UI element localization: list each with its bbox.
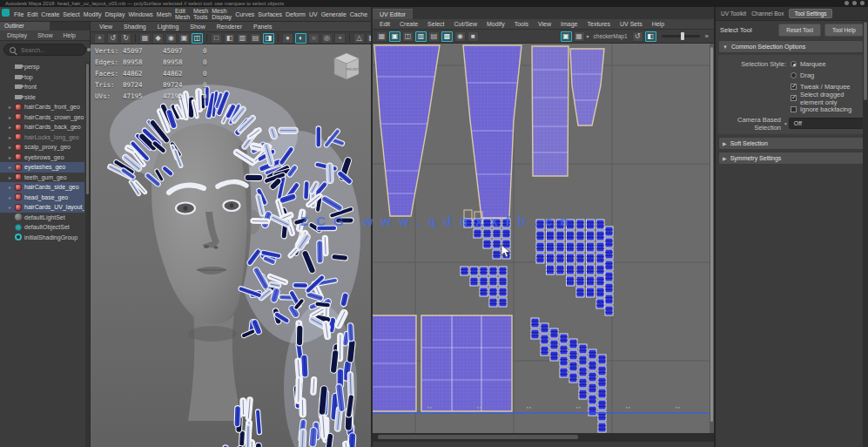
viewport-menu-shading[interactable]: Shading (122, 24, 148, 30)
expand-arrow-icon[interactable]: ▸ (9, 124, 15, 130)
scrollbar-thumb[interactable] (710, 47, 713, 422)
outliner-item-teeth-gum-geo[interactable]: ▸teeth_gum_geo (0, 173, 84, 183)
dock-tab-tool-settings[interactable]: Tool Settings (789, 9, 831, 18)
expand-arrow-icon[interactable]: ▸ (9, 184, 15, 190)
viewport-menu-show[interactable]: Show (188, 24, 207, 30)
outliner-item-haircards-side-geo[interactable]: ▸hairCards_side_geo (0, 182, 84, 193)
radio-drag[interactable] (791, 72, 797, 78)
outliner-item-side[interactable]: side (0, 92, 84, 103)
section-symmetry-settings[interactable]: ▶Symmetry Settings (718, 152, 865, 165)
toolbar-overflow-icon[interactable]: » (705, 32, 709, 40)
section-common-selection-options[interactable]: ▼ Common Selection Options (718, 40, 865, 53)
dock-tab-channel-box[interactable]: Channel Box (751, 10, 784, 17)
section-soft-selection[interactable]: ▶Soft Selection (718, 137, 865, 150)
outliner-item-top[interactable]: top (0, 72, 84, 83)
outliner-item-defaultlightset[interactable]: defaultLightSet (0, 213, 84, 223)
perspective-viewport[interactable]: ViewShadingLightingShowRendererPanels ⌖↺… (91, 22, 371, 447)
uv-uv-lattice-tool-icon[interactable]: ▦ (376, 31, 387, 42)
expand-arrow-icon[interactable]: ▸ (9, 104, 15, 110)
uv-checker-toggle-icon[interactable]: ▦ (574, 31, 585, 42)
radio-marquee[interactable] (791, 61, 797, 67)
outliner-item-hairlocks-long-geo[interactable]: ▸hairLocks_long_geo (0, 132, 84, 143)
uv-menu-image[interactable]: Image (559, 21, 579, 27)
expand-arrow-icon[interactable]: ▸ (9, 164, 15, 170)
menu-edit[interactable]: Edit (25, 11, 39, 17)
outliner-item-eyelashes-geo[interactable]: ▸eyelashes_geo (0, 162, 84, 173)
checkbox-ignore-backfacing[interactable] (791, 106, 797, 112)
outliner-item-eyebrows-geo[interactable]: ▸eyebrows_geo (0, 152, 84, 163)
outliner-scrollbar[interactable] (85, 62, 90, 447)
outliner-item-haircards-front-geo[interactable]: ▸hairCards_front_geo (0, 102, 84, 112)
menu-file[interactable]: File (12, 11, 25, 17)
outliner-tab[interactable]: Outliner (0, 22, 50, 30)
exposure-slider[interactable] (662, 35, 700, 37)
uv-uv-isolate-select-icon[interactable]: ■ (468, 31, 479, 42)
expand-arrow-icon[interactable]: ▸ (9, 144, 15, 150)
outliner-item-defaultobjectset[interactable]: defaultObjectSet (0, 222, 84, 233)
outliner-item-initialshadinggroup[interactable]: initialShadingGroup (0, 233, 84, 243)
outliner-item-haircards-back-geo[interactable]: ▸hairCards_back_geo (0, 122, 84, 132)
uv-gamma-toggle-icon[interactable]: ◧ (645, 31, 656, 42)
viewport-menu-lighting[interactable]: Lighting (156, 24, 181, 30)
menu-deform[interactable]: Deform (284, 11, 307, 17)
checkbox-tweak-marquee[interactable] (791, 84, 797, 90)
outliner-item-scalp-proxy-geo[interactable]: ▸scalp_proxy_geo (0, 142, 84, 152)
uv-menu-edit[interactable]: Edit (378, 21, 392, 27)
menu-uv[interactable]: UV (307, 11, 320, 17)
uv-menu-tools[interactable]: Tools (513, 21, 530, 27)
menu-windows[interactable]: Windows (126, 11, 154, 17)
uv-menu-create[interactable]: Create (398, 21, 420, 27)
scrollbar-thumb[interactable] (86, 64, 89, 194)
uv-uv-cut-tool-icon[interactable]: ◫ (402, 31, 414, 42)
window-controls[interactable] (844, 1, 865, 5)
maximize-icon[interactable] (852, 1, 857, 5)
uv-menu-cut-sew[interactable]: Cut/Sew (453, 21, 479, 27)
uv-menu-uv-sets[interactable]: UV Sets (618, 21, 644, 27)
menu-select[interactable]: Select (61, 11, 81, 17)
camera-based-selection-dropdown[interactable]: Off (789, 118, 865, 129)
uv-display-image-toggle-icon[interactable]: ▣ (561, 31, 572, 42)
outliner-item-head-base-geo[interactable]: ▸head_base_geo (0, 193, 84, 203)
expand-arrow-icon[interactable]: ▸ (9, 134, 15, 140)
reset-tool-button[interactable]: Reset Tool (778, 24, 821, 37)
dock-tab-uv-toolkit[interactable]: UV Toolkit (721, 10, 746, 17)
texture-dropdown[interactable]: checkerMap1 (594, 33, 628, 39)
viewport-menu-panels[interactable]: Panels (252, 24, 273, 30)
expand-arrow-icon[interactable]: ▸ (9, 194, 15, 200)
uv-horizontal-scrollbar[interactable] (378, 435, 578, 439)
outliner-menu-display[interactable]: Display (5, 32, 29, 38)
uv-menu-view[interactable]: View (536, 21, 553, 27)
slider-thumb[interactable] (681, 32, 684, 40)
outliner-item-haircards-uv-layout-geo[interactable]: ▸hairCards_UV_layout_geo (0, 202, 84, 213)
uv-menu-help[interactable]: Help (650, 21, 666, 27)
expand-arrow-icon[interactable]: ▸ (9, 204, 15, 210)
menu-generate[interactable]: Generate (320, 11, 348, 17)
uv-reset-exposure-icon[interactable]: ↺ (632, 31, 643, 42)
checkbox-select-dragged-element-only[interactable] (791, 95, 797, 101)
expand-arrow-icon[interactable]: ▸ (9, 114, 15, 120)
outliner-item-persp[interactable]: persp (0, 62, 84, 72)
menu-edit-mesh[interactable]: Edit Mesh (173, 8, 192, 20)
view-cube[interactable]: FRONT (327, 46, 366, 85)
menu-display[interactable]: Display (103, 11, 126, 17)
tool-help-button[interactable]: Tool Help (824, 24, 864, 37)
uv-shell-layout[interactable] (373, 44, 714, 433)
outliner-menu-show[interactable]: Show (36, 32, 55, 38)
close-icon[interactable] (860, 1, 865, 5)
uv-menu-select[interactable]: Select (426, 21, 446, 27)
menu-modify[interactable]: Modify (82, 11, 104, 17)
search-field[interactable] (3, 44, 86, 56)
outliner-item-front[interactable]: front (0, 82, 84, 92)
uv-menu-modify[interactable]: Modify (485, 21, 507, 27)
uv-uv-sew-tool-icon[interactable]: ▥ (415, 31, 427, 42)
uv-editor-tab[interactable]: UV Editor (373, 9, 413, 19)
uv-canvas[interactable] (373, 44, 714, 433)
uv-menu-textures[interactable]: Textures (586, 21, 612, 27)
menu-mesh[interactable]: Mesh (155, 11, 173, 17)
outliner-menu-help[interactable]: Help (61, 32, 77, 38)
search-input[interactable] (19, 46, 84, 54)
viewport-menu-view[interactable]: View (98, 24, 114, 30)
menu-surfaces[interactable]: Surfaces (256, 11, 284, 17)
texture-dropdown-caret[interactable]: ▾ (587, 33, 589, 39)
expand-arrow-icon[interactable]: ▸ (9, 154, 15, 160)
